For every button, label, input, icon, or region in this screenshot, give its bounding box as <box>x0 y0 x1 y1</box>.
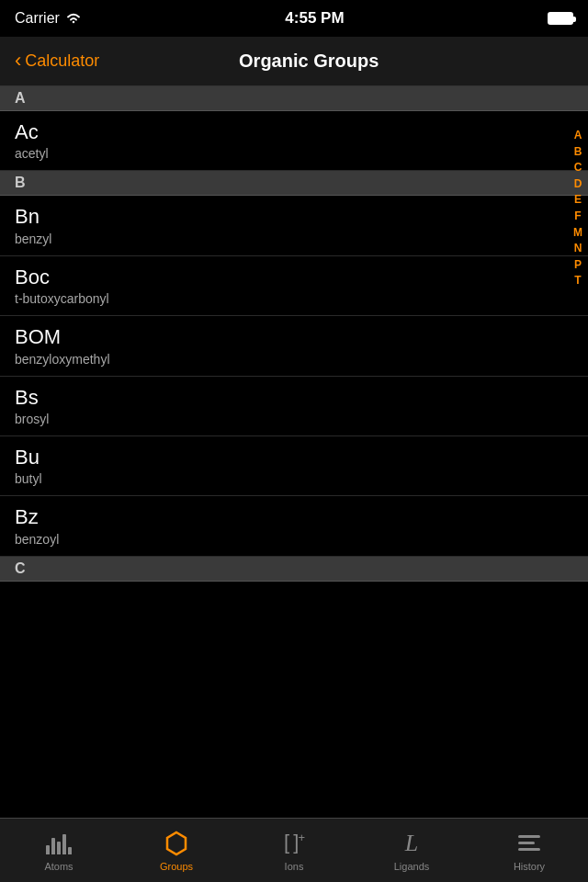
groups-icon <box>163 830 190 857</box>
item-abbreviation: Bz <box>15 505 573 529</box>
list-item[interactable]: Boct-butoxycarbonyl <box>0 256 588 316</box>
item-name: benzyl <box>15 232 573 246</box>
alpha-letter-f[interactable]: F <box>574 209 581 224</box>
item-name: benzyloxymethyl <box>15 352 573 367</box>
list-item[interactable]: Bnbenzyl <box>0 196 588 255</box>
battery <box>548 12 573 25</box>
item-abbreviation: Bu <box>15 446 573 469</box>
item-abbreviation: Bn <box>15 205 573 229</box>
atoms-icon <box>45 830 73 857</box>
tab-history-label: History <box>514 861 545 872</box>
list-container[interactable]: AAcacetylBBnbenzylBoct-butoxycarbonylBOM… <box>0 86 588 818</box>
nav-title: Organic Groups <box>44 51 573 72</box>
ions-icon: [ ]+ <box>280 830 308 857</box>
item-abbreviation: Bs <box>15 386 573 410</box>
alpha-letter-n[interactable]: N <box>574 242 582 256</box>
item-name: brosyl <box>15 412 573 426</box>
alpha-letter-m[interactable]: M <box>573 226 582 241</box>
tab-atoms[interactable]: Atoms <box>0 830 118 872</box>
alpha-letter-e[interactable]: E <box>574 193 582 208</box>
tab-groups[interactable]: Groups <box>118 830 235 872</box>
list-item[interactable]: Bzbenzoyl <box>0 496 588 556</box>
alpha-letter-c[interactable]: C <box>574 161 582 175</box>
tab-bar: Atoms Groups [ ]+ Ions L Ligands <box>0 818 588 882</box>
alpha-index[interactable]: ABCDEFMNPT <box>568 129 588 288</box>
list-item[interactable]: Bsbrosyl <box>0 377 588 436</box>
list-item[interactable]: Acacetyl <box>0 111 588 171</box>
alpha-letter-p[interactable]: P <box>574 258 582 273</box>
tab-history[interactable]: History <box>470 830 588 872</box>
item-abbreviation: Boc <box>15 266 573 289</box>
item-name: butyl <box>15 471 573 486</box>
item-name: t-butoxycarbonyl <box>15 291 573 306</box>
back-chevron-icon: ‹ <box>15 51 21 71</box>
wifi-icon <box>65 12 82 25</box>
svg-marker-0 <box>167 832 186 854</box>
alpha-letter-t[interactable]: T <box>574 274 581 288</box>
section-header-c: C <box>0 557 588 582</box>
tab-ions[interactable]: [ ]+ Ions <box>235 830 353 872</box>
status-bar: Carrier 4:55 PM <box>0 0 588 37</box>
tab-groups-label: Groups <box>160 861 193 872</box>
battery-icon <box>548 12 573 25</box>
tab-atoms-label: Atoms <box>44 861 73 872</box>
tab-ligands-label: Ligands <box>394 861 430 872</box>
tab-ligands[interactable]: L Ligands <box>353 830 470 872</box>
status-time: 4:55 PM <box>285 9 344 28</box>
ligands-icon: L <box>398 830 425 857</box>
carrier-info: Carrier <box>15 10 82 27</box>
section-header-b: B <box>0 171 588 196</box>
list-item[interactable]: Bubutyl <box>0 436 588 496</box>
section-header-a: A <box>0 86 588 111</box>
item-abbreviation: BOM <box>15 325 573 349</box>
alpha-letter-d[interactable]: D <box>574 177 582 192</box>
alpha-letter-b[interactable]: B <box>574 145 582 160</box>
list-item[interactable]: BOMbenzyloxymethyl <box>0 316 588 376</box>
item-abbreviation: Ac <box>15 120 573 144</box>
navigation-bar: ‹ Calculator Organic Groups <box>0 37 588 86</box>
carrier-label: Carrier <box>15 10 60 27</box>
alpha-letter-a[interactable]: A <box>574 129 582 143</box>
item-name: acetyl <box>15 146 573 161</box>
history-icon <box>515 830 543 857</box>
tab-ions-label: Ions <box>285 861 304 872</box>
item-name: benzoyl <box>15 532 573 547</box>
